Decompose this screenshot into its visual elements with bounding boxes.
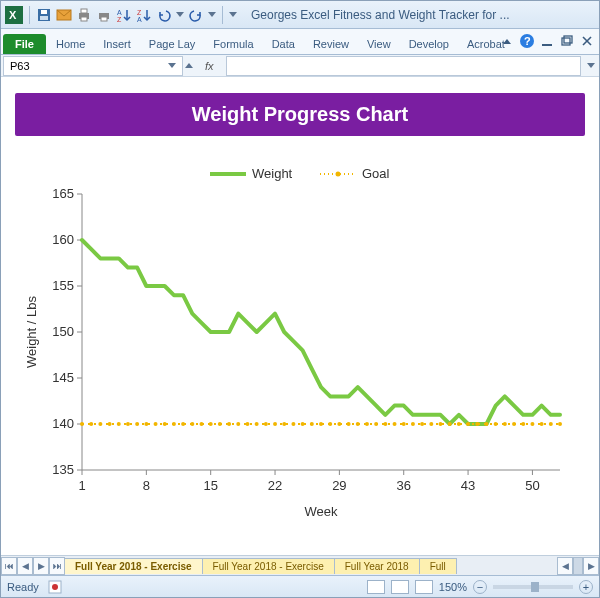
svg-point-66 [163,422,167,426]
sheet-tab[interactable]: Full [419,558,457,574]
legend-weight: Weight [252,166,293,181]
status-bar: Ready 150% − + [1,575,599,597]
hscroll-track[interactable] [573,557,583,575]
zoom-slider[interactable] [493,585,573,589]
chart-area: WeightGoal135140145150155160165181522293… [15,154,585,524]
sheet-tab[interactable]: Full Year 2018 - Exercise [202,558,335,574]
svg-rect-18 [562,38,570,45]
formula-bar: P63 fx [1,55,599,77]
tab-home[interactable]: Home [48,34,93,54]
svg-point-90 [383,422,387,426]
window-minimize-icon[interactable] [539,33,555,49]
tab-view[interactable]: View [359,34,399,54]
fx-label[interactable]: fx [199,60,220,72]
tab-nav-last[interactable]: ⏭ [49,557,65,575]
svg-point-97 [448,422,452,426]
sort-asc-icon[interactable]: AZ [116,7,132,23]
tab-page-layout[interactable]: Page Lay [141,34,203,54]
svg-rect-17 [542,44,552,46]
y-axis-label: Weight / Lbs [24,295,39,368]
tab-developer[interactable]: Develop [401,34,457,54]
redo-icon[interactable] [188,7,204,23]
help-icon[interactable]: ? [519,33,535,49]
sheet-tab[interactable]: Full Year 2018 [334,558,420,574]
tab-data[interactable]: Data [264,34,303,54]
tab-nav-first[interactable]: ⏮ [1,557,17,575]
svg-point-59 [98,422,102,426]
svg-point-85 [337,422,341,426]
formula-expand-caret[interactable] [587,63,595,68]
tab-review[interactable]: Review [305,34,357,54]
tab-nav-prev[interactable]: ◀ [17,557,33,575]
hscroll-right[interactable]: ▶ [583,557,599,575]
svg-text:29: 29 [332,478,346,493]
formula-cancel-caret[interactable] [185,63,193,68]
svg-point-100 [475,422,479,426]
svg-point-80 [291,422,295,426]
svg-rect-3 [41,10,47,14]
file-tab[interactable]: File [3,34,46,54]
quickprint-icon[interactable] [96,7,112,23]
hscroll-left[interactable]: ◀ [557,557,573,575]
undo-icon[interactable] [156,7,172,23]
svg-point-73 [227,422,231,426]
print-icon[interactable] [76,7,92,23]
svg-point-106 [530,422,534,426]
svg-point-109 [558,422,562,426]
sheet-body: Weight Progress Chart WeightGoal13514014… [1,77,599,555]
excel-logo: X [5,6,23,24]
formula-input[interactable] [226,56,581,76]
svg-point-87 [356,422,360,426]
titlebar: X AZ ZA Georges Excel Fitness and Weight… [1,1,599,29]
name-box[interactable]: P63 [3,56,183,76]
svg-point-71 [209,422,213,426]
svg-point-74 [236,422,240,426]
qat-customize-caret[interactable] [229,12,237,17]
ribbon-minimize-caret[interactable] [499,33,515,49]
name-box-caret-icon[interactable] [168,63,176,68]
window-restore-icon[interactable] [559,33,575,49]
qat-separator [222,6,223,24]
svg-point-57 [80,422,84,426]
svg-point-84 [328,422,332,426]
macro-record-icon[interactable] [47,579,63,595]
svg-text:150: 150 [52,324,74,339]
svg-point-108 [549,422,553,426]
tab-formulas[interactable]: Formula [205,34,261,54]
tab-insert[interactable]: Insert [95,34,139,54]
zoom-out-button[interactable]: − [473,580,487,594]
zoom-in-button[interactable]: + [579,580,593,594]
legend-goal: Goal [362,166,390,181]
redo-dropdown-caret[interactable] [208,12,216,17]
view-normal-button[interactable] [367,580,385,594]
svg-point-86 [347,422,351,426]
weight-line [82,240,560,424]
svg-point-68 [181,422,185,426]
svg-text:140: 140 [52,416,74,431]
svg-rect-10 [101,17,107,21]
tab-nav-next[interactable]: ▶ [33,557,49,575]
svg-point-60 [108,422,112,426]
svg-text:Z: Z [137,9,142,16]
svg-point-75 [245,422,249,426]
save-icon[interactable] [36,7,52,23]
zoom-level[interactable]: 150% [439,581,467,593]
svg-text:A: A [137,16,142,23]
chart-title: Weight Progress Chart [15,93,585,136]
email-icon[interactable] [56,7,72,23]
svg-point-76 [255,422,259,426]
view-page-break-button[interactable] [415,580,433,594]
svg-rect-4 [40,16,48,20]
sort-desc-icon[interactable]: ZA [136,7,152,23]
svg-text:43: 43 [461,478,475,493]
svg-point-79 [282,422,286,426]
view-page-layout-button[interactable] [391,580,409,594]
svg-point-24 [336,172,341,177]
sheet-tab-active[interactable]: Full Year 2018 - Exercise [64,558,203,574]
svg-text:155: 155 [52,278,74,293]
undo-dropdown-caret[interactable] [176,12,184,17]
svg-point-64 [144,422,148,426]
window-close-icon[interactable] [579,33,595,49]
qat-separator [29,6,30,24]
svg-text:?: ? [524,35,531,47]
